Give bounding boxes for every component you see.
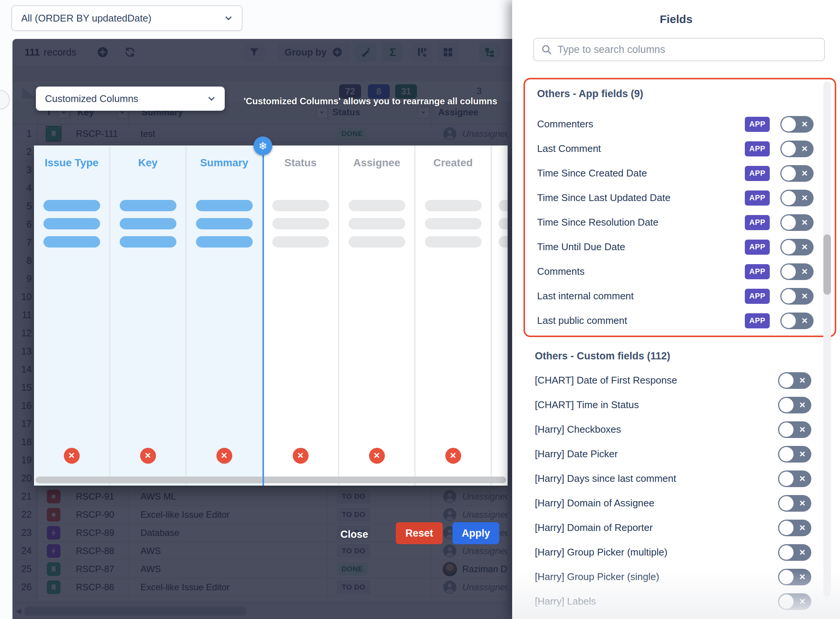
toggle-knob — [781, 166, 796, 181]
panel-scrollbar-track[interactable] — [823, 82, 831, 597]
placeholder-bar — [43, 236, 100, 248]
field-label: [CHART] Date of First Response — [535, 374, 778, 386]
freeze-divider[interactable] — [262, 145, 264, 486]
app-field-item: Time Until Due DateAPP✕ — [537, 235, 814, 259]
placeholder-bar — [425, 236, 482, 248]
custom-field-item: [Harry] Domain of Reporter✕ — [535, 515, 811, 540]
field-toggle[interactable]: ✕ — [780, 313, 814, 329]
field-toggle[interactable]: ✕ — [778, 520, 811, 536]
remove-column-button[interactable]: ✕ — [140, 448, 156, 464]
placeholder-bar — [272, 200, 329, 211]
placeholder-bar — [349, 200, 405, 211]
custom-field-item: [Harry] Checkboxes✕ — [535, 417, 811, 442]
fields-search-input[interactable] — [557, 44, 817, 56]
field-toggle[interactable]: ✕ — [780, 239, 814, 255]
field-label: [Harry] Domain of Assignee — [535, 497, 778, 509]
app-fields-section-title: Others - App fields (9) — [537, 85, 814, 102]
field-toggle[interactable]: ✕ — [778, 569, 811, 585]
field-toggle[interactable]: ✕ — [778, 593, 811, 610]
app-fields-list: CommentersAPP✕Last CommentAPP✕Time Since… — [537, 112, 814, 333]
custom-field-item: [Harry] Group Picker (multiple)✕ — [535, 540, 811, 565]
toggle-knob — [781, 142, 796, 156]
toggle-x-icon: ✕ — [799, 573, 806, 582]
close-button[interactable]: Close — [337, 526, 371, 543]
custom-field-item: [Harry] Date Picker✕ — [535, 442, 811, 466]
edge-handle[interactable] — [0, 90, 10, 110]
field-toggle[interactable]: ✕ — [780, 288, 814, 305]
field-label: [CHART] Time in Status — [535, 399, 778, 411]
field-toggle[interactable]: ✕ — [780, 214, 814, 231]
app-field-item: Time Since Resolution DateAPP✕ — [537, 210, 814, 235]
toggle-x-icon: ✕ — [799, 523, 806, 532]
field-label: Time Since Resolution Date — [537, 217, 745, 228]
fields-panel-title: Fields — [512, 13, 840, 26]
preview-column-label: Key — [110, 157, 185, 173]
field-label: Commenters — [537, 118, 745, 130]
preview-column[interactable]: Issue Type✕ — [34, 145, 109, 486]
placeholder-bar — [272, 218, 329, 229]
placeholder-bar — [43, 200, 100, 211]
view-order-select[interactable]: All (ORDER BY updatedDate) — [11, 5, 242, 31]
preview-horizontal-scrollbar[interactable] — [36, 477, 506, 483]
preview-column-partial — [492, 145, 508, 486]
remove-column-button[interactable]: ✕ — [216, 448, 232, 464]
field-toggle[interactable]: ✕ — [780, 263, 814, 280]
toggle-x-icon: ✕ — [801, 218, 808, 227]
remove-column-button[interactable]: ✕ — [445, 448, 461, 464]
field-toggle[interactable]: ✕ — [778, 544, 811, 561]
toggle-knob — [781, 265, 796, 279]
field-toggle[interactable]: ✕ — [780, 141, 814, 157]
app-badge: APP — [745, 166, 770, 181]
app-badge: APP — [745, 289, 770, 304]
preview-column[interactable]: Created✕ — [415, 145, 491, 486]
toggle-knob — [781, 314, 796, 328]
search-icon — [541, 44, 552, 55]
panel-scrollbar-thumb[interactable] — [823, 234, 831, 295]
field-label: Last Comment — [537, 143, 745, 155]
column-preview-card: Issue Type✕Key✕Summary✕Status✕Assignee✕C… — [34, 145, 508, 486]
custom-field-item: [CHART] Time in Status✕ — [535, 393, 811, 417]
columns-preset-select[interactable]: Customized Columns — [36, 87, 225, 111]
remove-column-button[interactable]: ✕ — [293, 448, 309, 464]
toggle-x-icon: ✕ — [799, 450, 806, 459]
placeholder-bar — [120, 200, 176, 211]
remove-column-button[interactable]: ✕ — [369, 448, 385, 464]
preview-column[interactable]: Key✕ — [110, 145, 185, 486]
toggle-x-icon: ✕ — [799, 474, 806, 483]
field-toggle[interactable]: ✕ — [778, 421, 811, 438]
columns-preset-value: Customized Columns — [45, 93, 207, 105]
field-toggle[interactable]: ✕ — [778, 446, 811, 463]
fields-search[interactable] — [533, 38, 825, 61]
preview-column[interactable]: Summary✕ — [187, 145, 262, 486]
toggle-x-icon: ✕ — [801, 120, 808, 129]
placeholder-bar — [272, 236, 329, 248]
field-toggle[interactable]: ✕ — [778, 397, 811, 413]
toggle-knob — [779, 545, 794, 560]
custom-field-item: [Harry] Labels✕ — [535, 589, 811, 614]
field-toggle[interactable]: ✕ — [778, 495, 811, 512]
toggle-knob — [779, 570, 794, 584]
field-label: [Harry] Checkboxes — [535, 424, 778, 435]
placeholder-bar — [425, 218, 482, 229]
custom-field-item: [Harry] Days since last comment✕ — [535, 466, 811, 491]
preview-column[interactable]: Status✕ — [263, 145, 338, 486]
toggle-knob — [779, 373, 794, 388]
toggle-knob — [779, 496, 794, 511]
toggle-x-icon: ✕ — [801, 243, 808, 252]
field-toggle[interactable]: ✕ — [780, 165, 814, 182]
field-label: [Harry] Days since last comment — [535, 473, 778, 484]
app-badge: APP — [745, 313, 770, 328]
field-toggle[interactable]: ✕ — [778, 372, 811, 389]
placeholder-bar — [196, 236, 253, 248]
field-toggle[interactable]: ✕ — [780, 190, 814, 206]
snowflake-icon[interactable]: ❄ — [253, 136, 272, 155]
reset-button[interactable]: Reset — [396, 522, 443, 544]
toggle-x-icon: ✕ — [799, 597, 806, 606]
toggle-x-icon: ✕ — [799, 376, 806, 385]
placeholder-bar — [196, 200, 253, 211]
remove-column-button[interactable]: ✕ — [64, 448, 80, 464]
preview-column[interactable]: Assignee✕ — [339, 145, 414, 486]
field-toggle[interactable]: ✕ — [778, 470, 811, 487]
apply-button[interactable]: Apply — [452, 522, 499, 544]
field-toggle[interactable]: ✕ — [780, 116, 814, 133]
